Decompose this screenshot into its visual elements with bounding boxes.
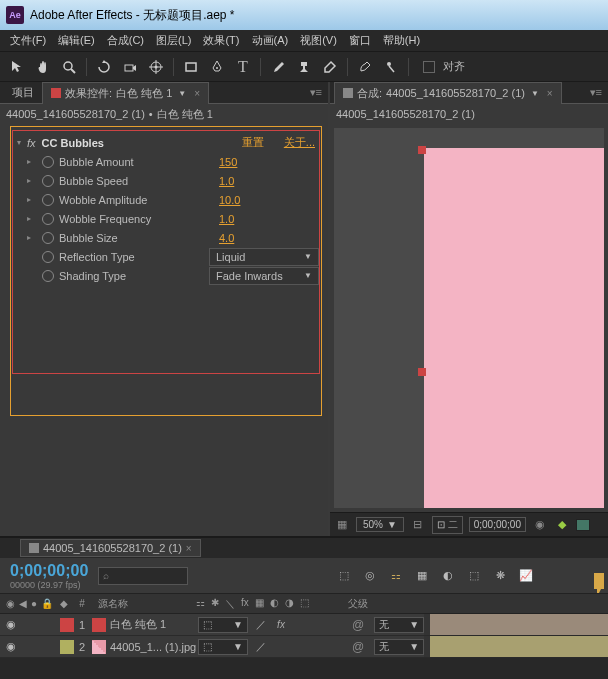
stopwatch-icon[interactable] [41,269,55,283]
rectangle-tool-icon[interactable] [180,56,202,78]
shading-type-dropdown[interactable]: Fade Inwards▼ [209,267,319,285]
timeline-search-input[interactable]: ⌕ [98,567,188,585]
brainstorming-icon[interactable]: ❋ [490,566,510,586]
fx-switch[interactable]: fx [274,618,288,632]
parent-pickwhip-icon[interactable]: @ [352,640,364,654]
chevron-down-icon[interactable]: ▼ [178,89,186,98]
timeline-tab[interactable]: 44005_141605528170_2 (1) × [20,539,201,557]
comp-mini-flowchart-icon[interactable]: ⬚ [334,566,354,586]
expand-arrow-icon[interactable]: ▸ [27,214,37,223]
frame-blend-icon[interactable]: ▦ [412,566,432,586]
layer-row[interactable]: ◉ 2 44005_1... (1).jpg ⬚▼ ／ @ 无▼ [0,636,608,658]
selection-tool-icon[interactable] [6,56,28,78]
stopwatch-icon[interactable] [41,250,55,264]
expand-arrow-icon[interactable]: ▸ [27,233,37,242]
layer-name[interactable]: 44005_1... (1).jpg [110,641,196,653]
clone-stamp-tool-icon[interactable] [293,56,315,78]
parent-dropdown[interactable]: 无▼ [374,639,424,655]
color-management-icon[interactable]: ◆ [554,517,570,533]
visibility-toggle-icon[interactable]: ◉ [6,618,16,631]
visibility-toggle-icon[interactable]: ◉ [6,640,16,653]
expand-arrow-icon[interactable]: ▸ [27,157,37,166]
blend-mode-dropdown[interactable]: ⬚▼ [198,639,248,655]
menu-view[interactable]: 视图(V) [294,33,343,48]
fx-switch-icon[interactable]: fx [241,597,249,611]
roto-brush-tool-icon[interactable] [354,56,376,78]
effect-reset-button[interactable]: 重置 [242,135,264,150]
blend-mode-dropdown[interactable]: ⬚▼ [198,617,248,633]
panel-menu-icon[interactable]: ▾≡ [584,86,608,99]
resolution-dropdown[interactable]: ⊡ 二 [432,516,463,534]
snap-checkbox[interactable] [423,61,435,73]
close-tab-icon[interactable]: × [186,543,192,554]
layer-track[interactable] [424,614,608,635]
label-column-icon[interactable]: ◆ [60,598,72,609]
effect-about-link[interactable]: 关于... [284,135,315,150]
menu-help[interactable]: 帮助(H) [377,33,426,48]
type-tool-icon[interactable]: T [232,56,254,78]
expand-arrow-icon[interactable]: ▸ [27,176,37,185]
current-timecode[interactable]: 0;00;00;00 [10,562,88,580]
shy-switch-icon[interactable]: ⚏ [196,597,205,611]
transform-handle-icon[interactable] [418,146,426,154]
zoom-tool-icon[interactable] [58,56,80,78]
motion-blur-switch-icon[interactable]: ◐ [270,597,279,611]
alpha-icon[interactable]: ▦ [334,517,350,533]
shy-icon[interactable]: ⚏ [386,566,406,586]
panel-menu-icon[interactable]: ▾≡ [304,86,328,99]
menu-layer[interactable]: 图层(L) [150,33,197,48]
stopwatch-icon[interactable] [41,231,55,245]
tab-composition[interactable]: 合成: 44005_141605528170_2 (1) ▼ × [334,82,562,104]
rotation-tool-icon[interactable] [93,56,115,78]
comp-breadcrumb[interactable]: 44005_141605528170_2 (1) [336,108,475,120]
prop-bubble-amount-value[interactable]: 150 [219,156,319,168]
stopwatch-icon[interactable] [41,212,55,226]
parent-header[interactable]: 父级 [342,597,402,611]
collapse-switch-icon[interactable]: ✱ [211,597,219,611]
prop-wobble-amplitude-value[interactable]: 10.0 [219,194,319,206]
snapshot-icon[interactable]: ◉ [532,517,548,533]
solo-column-icon[interactable]: ● [31,598,37,609]
layer-row[interactable]: ◉ 1 白色 纯色 1 ⬚▼ ／ fx @ 无▼ [0,614,608,636]
tab-project[interactable]: 项目 [4,82,42,103]
stopwatch-icon[interactable] [41,174,55,188]
reflection-type-dropdown[interactable]: Liquid▼ [209,248,319,266]
resolution-icon[interactable]: ⊟ [410,517,426,533]
puppet-pin-tool-icon[interactable] [380,56,402,78]
effect-name[interactable]: CC Bubbles [42,137,242,149]
close-tab-icon[interactable]: × [547,88,553,99]
source-name-header[interactable]: 源名称 [92,597,192,611]
pen-tool-icon[interactable] [206,56,228,78]
brush-tool-icon[interactable] [267,56,289,78]
frame-blend-switch-icon[interactable]: ▦ [255,597,264,611]
quality-switch[interactable]: ／ [254,640,268,654]
expand-arrow-icon[interactable]: ▸ [27,195,37,204]
parent-dropdown[interactable]: 无▼ [374,617,424,633]
graph-editor-icon[interactable]: ⬚ [464,566,484,586]
tab-effect-controls[interactable]: 效果控件: 白色 纯色 1 ▼ × [42,82,209,104]
quality-switch[interactable]: ／ [254,618,268,632]
viewer-timecode[interactable]: 0;00;00;00 [469,517,526,532]
playhead-icon[interactable] [594,573,604,589]
close-tab-icon[interactable]: × [194,88,200,99]
menu-composition[interactable]: 合成(C) [101,33,150,48]
collapse-arrow-icon[interactable]: ▾ [17,138,27,147]
stopwatch-icon[interactable] [41,193,55,207]
menu-animation[interactable]: 动画(A) [246,33,295,48]
stopwatch-icon[interactable] [41,155,55,169]
prop-bubble-speed-value[interactable]: 1.0 [219,175,319,187]
menu-window[interactable]: 窗口 [343,33,377,48]
lock-column-icon[interactable]: 🔒 [41,598,53,609]
transform-handle-icon[interactable] [418,368,426,376]
adjustment-switch-icon[interactable]: ◑ [285,597,294,611]
fx-badge-icon[interactable]: fx [27,137,36,149]
visibility-column-icon[interactable]: ◉ [6,598,15,609]
graph-icon[interactable]: 📈 [516,566,536,586]
3d-switch-icon[interactable]: ⬚ [300,597,309,611]
zoom-dropdown[interactable]: 50%▼ [356,517,404,532]
menu-file[interactable]: 文件(F) [4,33,52,48]
layer-track[interactable] [424,636,608,657]
layer-name[interactable]: 白色 纯色 1 [110,617,166,632]
composition-viewer[interactable] [334,128,604,508]
draft-3d-icon[interactable]: ◎ [360,566,380,586]
